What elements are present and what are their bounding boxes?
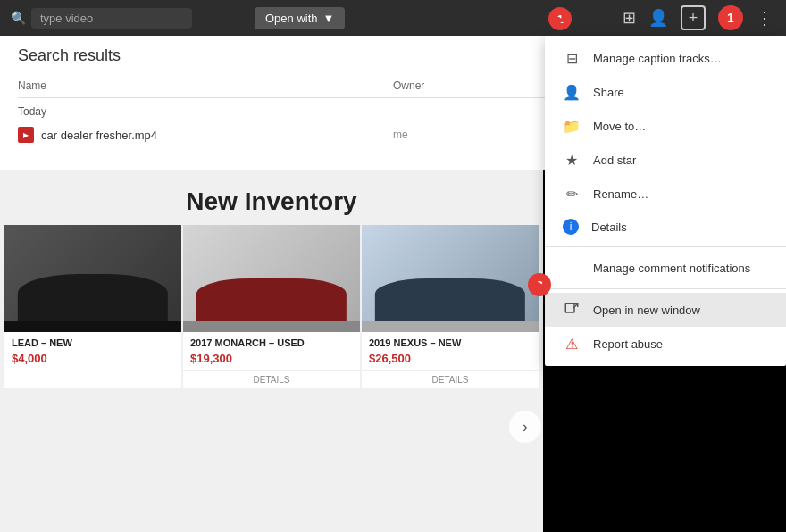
video-file-icon: ▶ [18,127,34,143]
menu-item-manage-caption[interactable]: ⊟ Manage caption tracks… [545,41,786,75]
car-image-1 [183,225,360,332]
menu-divider-2 [545,288,786,289]
menu-item-report-abuse[interactable]: ⚠ Report abuse [545,327,786,361]
car-label-2: 2019 NEXUS – NEW [362,332,539,350]
menu-item-share[interactable]: 👤 Share [545,75,786,109]
inventory-title: New Inventory [0,170,543,225]
search-area: 🔍 type video [11,8,192,29]
car-card-2: 2019 NEXUS – NEW $26,500 DETAILS [362,225,539,388]
move-to-label: Move to… [593,120,768,133]
result-filename: ▶ car dealer fresher.mp4 [18,127,393,143]
manage-comment-label: Manage comment notifications [593,262,768,275]
share-label: Share [593,86,768,99]
account-badge[interactable]: 1 [718,5,743,30]
car-price-2: $26,500 [362,350,539,370]
car-card-0: LEAD – NEW $4,000 [4,225,181,388]
search-icon: 🔍 [11,11,26,25]
open-with-button[interactable]: Open with ▼ [255,7,345,29]
open-with-arrow-icon: ▼ [323,12,335,25]
context-menu: ⊟ Manage caption tracks… 👤 Share 📁 Move … [545,36,786,366]
open-with-label: Open with [265,12,318,25]
menu-item-add-star[interactable]: ★ Add star [545,143,786,177]
manage-caption-icon: ⊟ [563,49,581,67]
menu-item-move-to[interactable]: 📁 Move to… [545,109,786,143]
car-details-btn-1[interactable]: DETAILS [183,370,360,388]
toolbar-right: ⊞ 👤 + 1 ⋮ [623,5,775,30]
car-content-inner: New Inventory LEAD – NEW $4,000 2017 MON… [0,170,543,532]
menu-item-manage-comment[interactable]: Manage comment notifications [545,251,786,285]
user-icon[interactable]: 👤 [648,8,668,28]
car-label-1: 2017 MONARCH – USED [183,332,360,350]
menu-item-details[interactable]: i Details [545,211,786,243]
open-new-window-label: Open in new window [593,303,768,317]
manage-comment-icon [563,259,581,277]
car-price-1: $19,300 [183,350,360,370]
video-content-area: New Inventory LEAD – NEW $4,000 2017 MON… [0,170,543,532]
star-icon: ★ [563,151,581,169]
col-name-header: Name [18,79,393,92]
car-card-1: 2017 MONARCH – USED $19,300 DETAILS [183,225,360,388]
add-star-label: Add star [593,154,768,167]
rename-icon: ✏ [563,185,581,203]
car-image-2 [362,225,539,332]
report-abuse-icon: ⚠ [563,335,581,353]
open-new-window-icon [563,301,581,319]
details-label: Details [591,220,768,234]
car-details-btn-2[interactable]: DETAILS [362,370,539,388]
add-button[interactable]: + [681,5,706,30]
menu-divider-1 [545,246,786,247]
cars-grid: LEAD – NEW $4,000 2017 MONARCH – USED $1… [0,225,543,388]
menu-item-rename[interactable]: ✏ Rename… [545,177,786,211]
more-options-icon[interactable]: ⋮ [756,7,775,29]
details-icon: i [563,219,579,235]
report-abuse-label: Report abuse [593,337,768,351]
manage-caption-label: Manage caption tracks… [593,52,768,65]
search-input[interactable]: type video [31,8,192,29]
car-price-0: $4,000 [4,350,181,370]
top-toolbar: 🔍 type video Open with ▼ ⊞ 👤 + 1 ⋮ [0,0,786,36]
car-label-0: LEAD – NEW [4,332,181,350]
share-icon: 👤 [563,83,581,101]
grid-icon[interactable]: ⊞ [623,8,636,28]
car-image-0 [4,225,181,332]
rename-label: Rename… [593,187,768,201]
step2-arrow: ▶ [536,278,547,295]
menu-item-open-new-window[interactable]: Open in new window [545,293,786,327]
step1-arrow: ▶ [552,10,564,29]
carousel-next-arrow[interactable]: › [509,411,541,443]
move-to-icon: 📁 [563,117,581,135]
